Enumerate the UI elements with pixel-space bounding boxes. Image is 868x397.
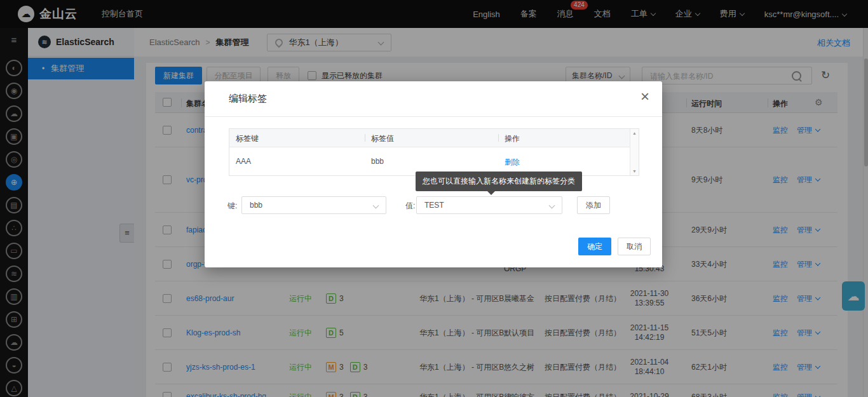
tag-key-header: 标签键 [236,133,259,144]
scroll-up-icon[interactable]: ▲ [630,131,639,135]
scroll-down-icon[interactable]: ▼ [630,169,639,173]
tag-value: bbb [371,157,384,166]
chevron-down-icon [549,203,555,209]
modal-title: 编辑标签 [229,93,267,105]
tag-value-header: 标签值 [371,133,394,144]
page-root: ☁ 金山云 控制台首页 English备案消息424文档工单企业费用ksc**m… [0,0,868,397]
close-icon[interactable]: × [641,89,649,104]
key-label: 键: [227,201,237,212]
delete-tag-link[interactable]: 删除 [505,157,520,168]
tooltip-text: 您也可以直接输入新名称来创建新的标签分类 [423,177,575,185]
key-select[interactable]: bbb [241,196,386,214]
tags-table-scrollbar[interactable]: ▲ ▼ [630,129,639,175]
confirm-button[interactable]: 确定 [578,238,611,255]
tags-table: 标签键 标签值 操作 AAA bbb 删除 ▲ ▼ [229,128,639,176]
value-label: 值: [405,201,415,212]
key-select-value: bbb [250,201,262,210]
tags-table-header: 标签键 标签值 操作 [229,129,639,147]
add-tag-button[interactable]: 添加 [577,196,610,214]
tag-key: AAA [236,157,251,166]
value-select-value: TEST [424,201,444,210]
value-select[interactable]: TEST [416,196,562,214]
cancel-button[interactable]: 取消 [618,238,651,255]
chevron-down-icon [373,203,379,209]
tag-ops-header: 操作 [505,133,520,144]
tooltip: 您也可以直接输入新名称来创建新的标签分类 [416,172,582,191]
